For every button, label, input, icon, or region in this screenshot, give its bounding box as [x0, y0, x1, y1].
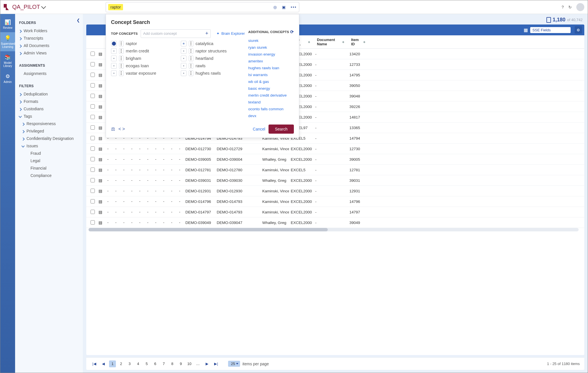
- table-row[interactable]: ▤----------DEMO-012781DEMO-012780Kaminsk…: [86, 165, 584, 175]
- sidebar-item-work-folders[interactable]: Work Folders: [19, 27, 79, 34]
- concept-item[interactable]: brigham: [111, 56, 175, 61]
- concept-item[interactable]: heartland: [181, 56, 245, 61]
- row-checkbox[interactable]: [91, 115, 95, 119]
- page-number[interactable]: 3: [126, 360, 133, 367]
- sidebar-item-deduplication[interactable]: Deduplication: [19, 90, 79, 98]
- concept-menu-icon[interactable]: [119, 70, 124, 76]
- concept-item[interactable]: merlin credit: [111, 48, 175, 54]
- additional-concept-link[interactable]: invasion energy: [248, 51, 294, 58]
- row-checkbox[interactable]: [91, 178, 95, 182]
- avatar[interactable]: [576, 3, 584, 11]
- more-icon[interactable]: •••: [291, 5, 297, 9]
- code-icon[interactable]: < >: [118, 127, 125, 132]
- rail-item-supervised-learning[interactable]: 💡Supervised Learning: [0, 32, 15, 51]
- add-concept-input[interactable]: Add custom concept +: [141, 29, 211, 38]
- concept-item[interactable]: raptor structures: [181, 48, 245, 54]
- concept-item[interactable]: raptor: [111, 41, 175, 46]
- sidebar-item-confidentiality-designation[interactable]: Confidentiality Designation: [22, 135, 79, 142]
- table-row[interactable]: ▤----------DEMO-014796DEMO-014793Kaminsk…: [86, 196, 584, 207]
- page-number[interactable]: …: [194, 360, 201, 367]
- page-number[interactable]: 4: [135, 360, 142, 367]
- table-row[interactable]: ▤----------DEMO-012931DEMO-012930Kaminsk…: [86, 186, 584, 196]
- fields-dropdown[interactable]: SSE Fields: [530, 27, 571, 33]
- row-checkbox[interactable]: [91, 83, 95, 87]
- page-prev-icon[interactable]: ◀: [100, 360, 107, 367]
- concept-menu-icon[interactable]: [189, 48, 193, 54]
- concept-menu-icon[interactable]: [189, 41, 193, 46]
- additional-concept-link[interactable]: siurek: [248, 37, 294, 44]
- page-number[interactable]: 1: [109, 360, 116, 367]
- concept-menu-icon[interactable]: [189, 70, 193, 76]
- row-checkbox[interactable]: [91, 62, 95, 66]
- concept-menu-icon[interactable]: [119, 48, 124, 54]
- app-logo[interactable]: [4, 4, 9, 10]
- sidebar-item-privileged[interactable]: Privileged: [22, 127, 79, 135]
- additional-concept-link[interactable]: ryan siurek: [248, 44, 294, 51]
- table-row[interactable]: ▤----------DEMO-014797DEMO-014793Kaminsk…: [86, 207, 584, 217]
- project-selector[interactable]: QA_PILOT: [12, 4, 45, 10]
- concept-menu-icon[interactable]: [119, 41, 124, 46]
- settings-icon[interactable]: ⚙: [575, 26, 582, 34]
- additional-concept-link[interactable]: lsi warrants: [248, 72, 294, 78]
- sidebar-item-all-documents[interactable]: All Documents: [19, 42, 79, 49]
- sidebar-item-formats[interactable]: Formats: [19, 98, 79, 105]
- concept-item[interactable]: vastar exposure: [111, 70, 175, 76]
- concept-menu-icon[interactable]: [189, 63, 193, 69]
- sidebar-item-transcripts[interactable]: Transcripts: [19, 34, 79, 42]
- concept-weight-icon[interactable]: [111, 70, 117, 76]
- sidebar-item-admin-views[interactable]: Admin Views: [19, 49, 79, 57]
- sidebar-item-fraud[interactable]: Fraud: [25, 150, 79, 157]
- page-next-icon[interactable]: ▶: [204, 360, 210, 367]
- row-checkbox[interactable]: [91, 210, 95, 214]
- page-number[interactable]: 5: [143, 360, 150, 367]
- sidebar-collapse-icon[interactable]: ❮: [77, 18, 80, 23]
- row-checkbox[interactable]: [91, 146, 95, 151]
- concept-menu-icon[interactable]: [119, 63, 124, 69]
- row-checkbox[interactable]: [91, 157, 95, 161]
- concept-menu-icon[interactable]: [119, 56, 124, 61]
- concept-item[interactable]: ecogas loan: [111, 63, 175, 69]
- col-itemid[interactable]: Item ID◆: [348, 38, 368, 46]
- row-checkbox[interactable]: [91, 189, 95, 193]
- table-row[interactable]: ▤----------DEMO-039031DEMO-039030Whalley…: [86, 175, 584, 186]
- sidebar-item-legal[interactable]: Legal: [25, 157, 79, 164]
- additional-concept-link[interactable]: wb oil & gas: [248, 78, 294, 85]
- concept-weight-icon[interactable]: [181, 70, 187, 76]
- help-icon[interactable]: ?: [562, 5, 564, 9]
- sidebar-item-custodians[interactable]: Custodians: [19, 105, 79, 113]
- row-checkbox[interactable]: [91, 125, 95, 130]
- row-checkbox[interactable]: [91, 52, 95, 56]
- horizontal-scrollbar[interactable]: [89, 228, 579, 231]
- row-checkbox[interactable]: [91, 73, 95, 77]
- cancel-button[interactable]: Cancel: [253, 127, 265, 131]
- page-number[interactable]: 2: [118, 360, 124, 367]
- concept-weight-icon[interactable]: [111, 63, 117, 69]
- scales-icon[interactable]: ⚖: [111, 126, 115, 132]
- row-checkbox[interactable]: [91, 168, 95, 172]
- concept-item[interactable]: catalytica: [181, 41, 245, 46]
- additional-concept-link[interactable]: basic energy: [248, 85, 294, 92]
- page-number[interactable]: 10: [186, 360, 193, 367]
- items-per-page-select[interactable]: 25: [228, 361, 240, 367]
- page-number[interactable]: 6: [152, 360, 159, 367]
- search-button[interactable]: Search: [269, 125, 294, 134]
- page-number[interactable]: 8: [169, 360, 176, 367]
- concept-weight-icon[interactable]: [111, 41, 117, 46]
- refresh-icon[interactable]: ↻: [568, 5, 572, 9]
- row-checkbox[interactable]: [91, 136, 95, 140]
- concept-weight-icon[interactable]: [181, 48, 187, 54]
- row-checkbox[interactable]: [91, 104, 95, 109]
- additional-concept-link[interactable]: texland: [248, 99, 294, 106]
- search-bar[interactable]: raptor ◎ ▣ •••: [106, 2, 299, 12]
- sidebar-item-financial[interactable]: Financial: [25, 164, 79, 172]
- save-icon[interactable]: ▣: [282, 5, 286, 9]
- additional-concept-link[interactable]: oconto falls common: [248, 106, 294, 113]
- refresh-concepts-icon[interactable]: ⟳: [290, 29, 294, 34]
- page-number[interactable]: 7: [160, 360, 167, 367]
- table-row[interactable]: ▤----------DEMO-039005DEMO-039004Whalley…: [86, 154, 584, 165]
- rail-item-review[interactable]: 📊Review: [3, 16, 13, 32]
- concept-weight-icon[interactable]: [111, 48, 117, 54]
- sidebar-item-issues[interactable]: Issues: [22, 142, 79, 150]
- rail-item-admin[interactable]: ⚙Admin: [3, 70, 12, 86]
- rail-item-model-library[interactable]: 📚Model Library: [0, 51, 15, 70]
